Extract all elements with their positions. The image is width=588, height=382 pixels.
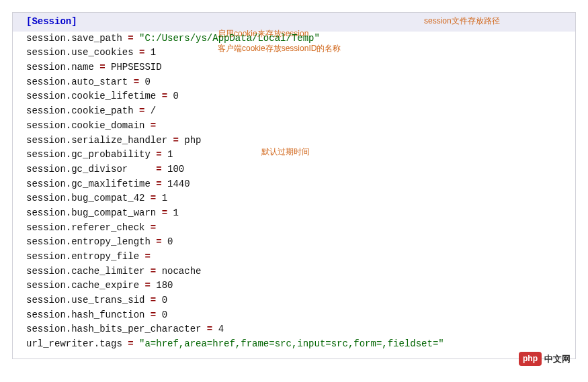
- config-key: session.cookie_lifetime: [26, 91, 156, 101]
- equals-sign: =: [156, 236, 161, 247]
- equals-sign: =: [151, 193, 156, 203]
- config-key: session.use_trans_sid: [26, 295, 144, 305]
- equals-sign: =: [128, 33, 133, 44]
- config-line: session.gc_maxlifetime = 1440: [26, 177, 569, 192]
- equals-sign: =: [134, 77, 139, 87]
- config-line: session.save_path = "C:/Users/ys/AppData…: [26, 32, 569, 46]
- config-key: session.bug_compat_42: [26, 193, 144, 203]
- config-line: session.bug_compat_warn = 1: [26, 206, 569, 221]
- config-value: 0: [156, 309, 167, 320]
- config-line: session.serialize_handler = php: [26, 134, 569, 148]
- equals-sign: =: [162, 207, 167, 218]
- equals-sign: =: [151, 309, 156, 320]
- config-value: 4: [212, 324, 224, 334]
- config-line: session.hash_bits_per_character = 4: [26, 322, 569, 337]
- config-key: session.auto_start: [26, 77, 128, 87]
- config-line: url_rewriter.tags = "a=href,area=href,fr…: [26, 337, 569, 352]
- config-value: 180: [151, 280, 173, 291]
- config-key: session.cookie_domain: [26, 120, 144, 131]
- equals-sign: =: [144, 280, 150, 291]
- config-key: session.gc_maxlifetime: [26, 179, 151, 189]
- config-key: session.save_path: [26, 33, 122, 44]
- equals-sign: =: [151, 222, 156, 233]
- section-header: [Session]: [26, 16, 77, 27]
- config-value: 0: [167, 91, 179, 101]
- config-key: session.gc_divisor: [26, 164, 151, 175]
- equals-sign: =: [128, 338, 133, 349]
- equals-sign: =: [162, 91, 167, 101]
- config-key: session.bug_compat_warn: [26, 207, 156, 218]
- config-line: session.cookie_lifetime = 0: [26, 89, 569, 104]
- config-line: session.entropy_length = 0: [26, 235, 569, 250]
- config-value: php: [179, 135, 202, 146]
- config-key: session.referer_check: [26, 222, 144, 233]
- config-value: 1: [156, 193, 167, 203]
- config-value: nocache: [156, 266, 201, 277]
- config-value: 0: [139, 77, 151, 87]
- config-key: session.entropy_length: [26, 236, 151, 247]
- config-line: session.name = PHPSESSID: [26, 60, 569, 75]
- config-value: 0: [156, 295, 167, 305]
- config-key: session.cache_limiter: [26, 266, 144, 277]
- equals-sign: =: [173, 135, 178, 146]
- watermark-badge: php: [519, 352, 542, 366]
- equals-sign: =: [156, 164, 161, 175]
- config-value: 0: [162, 236, 173, 247]
- watermark-text: 中文网: [544, 352, 571, 366]
- equals-sign: =: [207, 324, 212, 334]
- config-value: 1440: [162, 179, 190, 189]
- config-value: 100: [162, 164, 185, 175]
- equals-sign: =: [151, 120, 156, 131]
- config-line: session.cookie_domain =: [26, 119, 569, 134]
- config-key: session.hash_bits_per_character: [26, 324, 201, 334]
- config-value: "a=href,area=href,frame=src,input=src,fo…: [134, 338, 444, 349]
- config-key: session.cookie_path: [26, 105, 134, 116]
- config-value: /: [144, 105, 156, 116]
- config-key: session.name: [26, 62, 94, 73]
- config-line: session.auto_start = 0: [26, 75, 569, 90]
- config-value: 1: [144, 47, 156, 58]
- config-value: PHPSESSID: [106, 62, 162, 73]
- config-line: session.entropy_file =: [26, 250, 569, 265]
- config-line: session.use_trans_sid = 0: [26, 293, 569, 308]
- config-key: session.entropy_file: [26, 251, 139, 262]
- equals-sign: =: [151, 295, 156, 305]
- config-line: session.referer_check =: [26, 221, 569, 236]
- equals-sign: =: [156, 179, 161, 189]
- config-line: session.bug_compat_42 = 1: [26, 191, 569, 206]
- config-value: "C:/Users/ys/AppData/Local/Temp": [134, 33, 320, 44]
- config-value: 1: [162, 149, 173, 160]
- equals-sign: =: [99, 62, 105, 73]
- config-line: session.gc_probability = 1: [26, 148, 569, 162]
- config-key: session.use_cookies: [26, 47, 134, 58]
- code-block: [Session] session文件存放路径 启用cookie来存放sessi…: [12, 12, 576, 359]
- config-line: session.cache_limiter = nocache: [26, 265, 569, 279]
- equals-sign: =: [156, 149, 161, 160]
- comment-save-path: session文件存放路径: [424, 15, 500, 28]
- equals-sign: =: [144, 251, 150, 262]
- config-key: url_rewriter.tags: [26, 338, 122, 349]
- config-key: session.gc_probability: [26, 149, 151, 160]
- config-body: session文件存放路径 启用cookie来存放session 客户端cook…: [13, 32, 575, 359]
- config-key: session.cache_expire: [26, 280, 139, 291]
- watermark: php 中文网: [519, 352, 571, 366]
- config-line: session.use_cookies = 1: [26, 46, 569, 60]
- equals-sign: =: [151, 266, 156, 277]
- config-line: session.cookie_path = /: [26, 104, 569, 119]
- config-key: session.hash_function: [26, 309, 144, 320]
- config-line: session.cache_expire = 180: [26, 279, 569, 293]
- config-line: session.gc_divisor = 100: [26, 162, 569, 177]
- config-line: session.hash_function = 0: [26, 308, 569, 323]
- config-key: session.serialize_handler: [26, 135, 167, 146]
- config-value: 1: [167, 207, 179, 218]
